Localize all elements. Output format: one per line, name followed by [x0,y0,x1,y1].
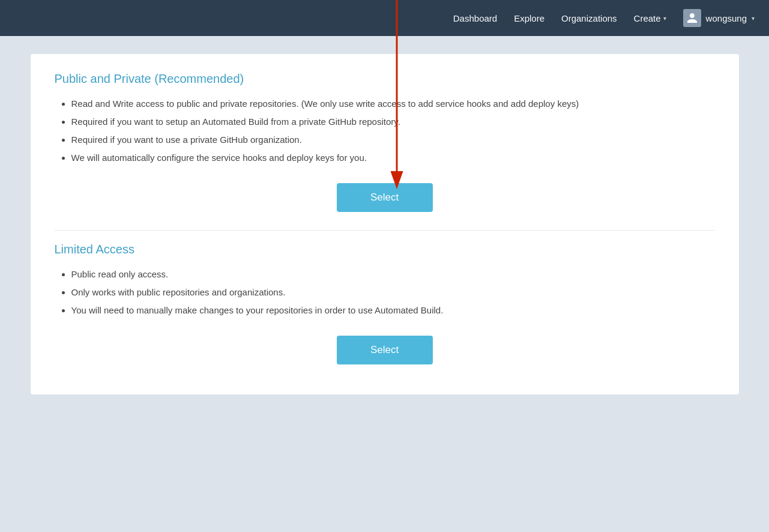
list-item: Only works with public repositories and … [71,285,715,300]
nav-explore[interactable]: Explore [514,13,544,23]
nav-user[interactable]: wongsung ▾ [683,9,755,27]
list-item: Public read only access. [71,267,715,282]
nav-dashboard[interactable]: Dashboard [453,13,497,23]
section-public-private-list: Read and Write access to public and priv… [55,97,715,165]
avatar [683,9,701,27]
user-chevron-icon: ▾ [752,15,755,22]
section-limited-access-list: Public read only access. Only works with… [55,267,715,318]
select-button-2[interactable]: Select [337,336,433,364]
main-card: Public and Private (Recommended) Read an… [31,54,739,394]
nav-create-label: Create [634,13,661,23]
select-button-wrapper-2: Select [55,336,715,364]
list-item: Required if you want to setup an Automat… [71,115,715,129]
page-wrapper: Public and Private (Recommended) Read an… [0,36,769,413]
select-button-1[interactable]: Select [337,183,433,212]
nav-create[interactable]: Create ▾ [634,13,666,23]
chevron-down-icon: ▾ [663,15,666,22]
username-label: wongsung [706,13,747,23]
section-limited-access-title: Limited Access [55,243,715,256]
nav-organizations[interactable]: Organizations [561,13,617,23]
list-item: You will need to manually make changes t… [71,303,715,318]
section-limited-access: Limited Access Public read only access. … [55,230,715,364]
section-public-private-title: Public and Private (Recommended) [55,72,715,86]
list-item: We will automatically configure the serv… [71,151,715,165]
section-public-private: Public and Private (Recommended) Read an… [55,72,715,212]
list-item: Required if you want to use a private Gi… [71,133,715,147]
select-button-wrapper-1: Select [55,183,715,212]
navbar: Dashboard Explore Organizations Create ▾… [0,0,769,36]
list-item: Read and Write access to public and priv… [71,97,715,111]
